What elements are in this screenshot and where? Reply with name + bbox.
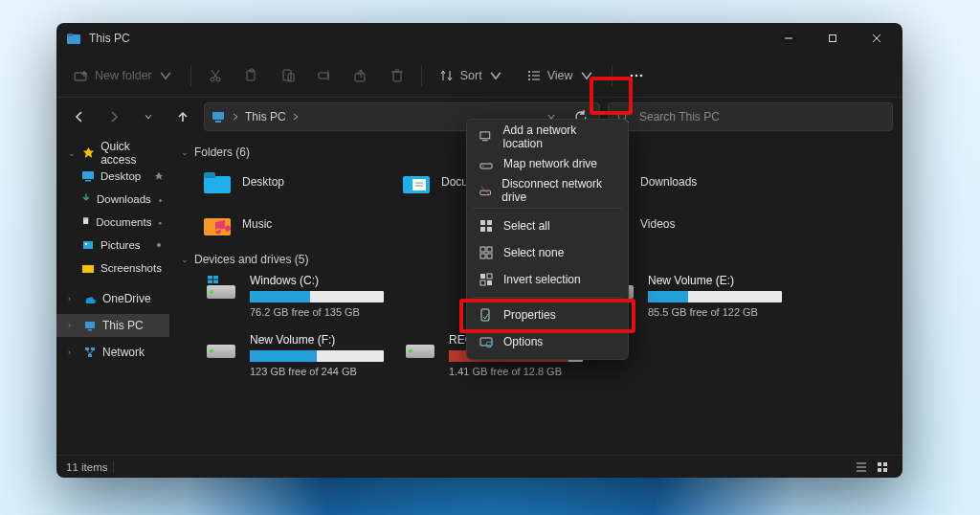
svg-rect-87 bbox=[480, 247, 485, 252]
menu-invert-selection[interactable]: Invert selection bbox=[467, 266, 628, 293]
folder-downloads[interactable]: Downloads bbox=[600, 167, 791, 197]
app-icon bbox=[66, 31, 81, 46]
svg-rect-89 bbox=[480, 254, 485, 258]
share-button[interactable] bbox=[345, 59, 377, 92]
forward-button[interactable] bbox=[100, 103, 127, 130]
sort-button[interactable]: Sort bbox=[430, 59, 513, 92]
properties-icon bbox=[479, 307, 494, 323]
menu-add-network-location[interactable]: Add a network location bbox=[467, 123, 628, 150]
tiles-view-button[interactable] bbox=[872, 459, 893, 476]
rename-button[interactable] bbox=[308, 59, 341, 92]
svg-rect-93 bbox=[487, 274, 492, 279]
menu-map-network-drive[interactable]: Map network drive bbox=[467, 150, 628, 177]
sidebar-item-pictures[interactable]: Pictures bbox=[56, 234, 169, 257]
sidebar-item-downloads[interactable]: Downloads bbox=[56, 188, 169, 211]
delete-button[interactable] bbox=[381, 59, 413, 92]
search-input[interactable] bbox=[637, 109, 884, 124]
sidebar-item-screenshots[interactable]: Screenshots bbox=[56, 257, 169, 280]
expand-icon: › bbox=[68, 347, 78, 357]
svg-rect-49 bbox=[85, 322, 95, 328]
paste-button[interactable] bbox=[272, 59, 304, 92]
svg-rect-50 bbox=[88, 329, 92, 331]
svg-marker-38 bbox=[83, 147, 94, 158]
usage-bar bbox=[648, 291, 782, 302]
this-pc-icon bbox=[211, 109, 226, 124]
see-more-button[interactable] bbox=[620, 59, 653, 92]
up-button[interactable] bbox=[169, 103, 196, 130]
svg-point-47 bbox=[157, 243, 161, 247]
svg-rect-52 bbox=[91, 347, 95, 350]
menu-properties[interactable]: Properties bbox=[467, 302, 628, 328]
collapse-icon: ⌄ bbox=[181, 147, 189, 157]
downloads-icon bbox=[81, 192, 91, 206]
sidebar-item-desktop[interactable]: Desktop bbox=[56, 165, 169, 188]
svg-rect-17 bbox=[319, 73, 328, 78]
drive-f[interactable]: New Volume (F:) 123 GB free of 244 GB bbox=[202, 333, 393, 377]
pin-icon bbox=[157, 217, 164, 227]
details-view-button[interactable] bbox=[851, 459, 872, 476]
sort-label: Sort bbox=[460, 69, 482, 82]
svg-point-80 bbox=[482, 166, 484, 168]
svg-rect-94 bbox=[480, 280, 485, 285]
view-button[interactable]: View bbox=[517, 59, 604, 92]
window-title: This PC bbox=[89, 32, 130, 45]
svg-rect-56 bbox=[204, 176, 231, 193]
sidebar-this-pc[interactable]: ›This PC bbox=[56, 314, 169, 337]
network-icon bbox=[83, 346, 97, 359]
folder-desktop[interactable]: Desktop bbox=[202, 167, 393, 197]
menu-options[interactable]: Options bbox=[467, 328, 628, 355]
new-folder-label: New folder bbox=[95, 69, 152, 82]
menu-select-none[interactable]: Select none bbox=[467, 239, 628, 266]
breadcrumb-this-pc[interactable]: This PC bbox=[245, 110, 286, 123]
svg-rect-86 bbox=[487, 227, 492, 232]
svg-line-55 bbox=[90, 350, 93, 354]
disconnect-drive-icon bbox=[479, 183, 492, 198]
svg-rect-40 bbox=[85, 180, 91, 182]
close-button[interactable] bbox=[855, 23, 899, 54]
folder-music[interactable]: Music bbox=[202, 209, 393, 239]
sidebar-item-documents[interactable]: Documents bbox=[56, 211, 169, 234]
svg-point-41 bbox=[159, 199, 162, 202]
svg-point-31 bbox=[635, 74, 637, 77]
maximize-button[interactable] bbox=[811, 23, 855, 54]
sidebar-quick-access[interactable]: ⌄ Quick access bbox=[56, 142, 169, 165]
svg-rect-59 bbox=[412, 179, 426, 190]
drive-c[interactable]: Windows (C:) 76.2 GB free of 135 GB bbox=[202, 274, 393, 318]
sidebar-label: Quick access bbox=[100, 140, 164, 167]
drive-e[interactable]: New Volume (E:) 85.5 GB free of 122 GB bbox=[600, 274, 791, 318]
svg-point-97 bbox=[486, 342, 492, 347]
desktop-icon bbox=[81, 169, 95, 183]
expand-icon: › bbox=[68, 321, 78, 330]
cut-button[interactable] bbox=[199, 59, 232, 92]
select-none-icon bbox=[479, 245, 494, 260]
menu-disconnect-network-drive[interactable]: Disconnect network drive bbox=[467, 177, 628, 204]
search-box[interactable] bbox=[608, 102, 893, 131]
sidebar-network[interactable]: ›Network bbox=[56, 341, 169, 364]
svg-rect-85 bbox=[480, 227, 485, 232]
svg-rect-68 bbox=[208, 280, 212, 284]
chevron-right-icon bbox=[292, 113, 300, 121]
pictures-icon bbox=[81, 238, 95, 252]
copy-button[interactable] bbox=[235, 59, 268, 92]
collapse-icon: ⌄ bbox=[68, 148, 77, 158]
svg-rect-42 bbox=[83, 217, 88, 224]
svg-rect-43 bbox=[84, 218, 87, 219]
music-folder-icon bbox=[202, 209, 233, 239]
drive-icon bbox=[202, 333, 240, 377]
sidebar-onedrive[interactable]: ›OneDrive bbox=[56, 287, 169, 310]
minimize-button[interactable] bbox=[767, 23, 811, 54]
svg-rect-51 bbox=[85, 347, 89, 350]
recent-locations-button[interactable] bbox=[135, 103, 162, 130]
svg-point-44 bbox=[159, 222, 162, 225]
folder-videos[interactable]: Videos bbox=[600, 209, 791, 239]
svg-rect-75 bbox=[878, 468, 881, 472]
documents-folder-icon bbox=[401, 167, 432, 197]
status-count: 11 items bbox=[66, 461, 107, 473]
svg-rect-69 bbox=[213, 280, 218, 284]
svg-rect-35 bbox=[215, 121, 221, 123]
svg-rect-73 bbox=[878, 462, 881, 466]
back-button[interactable] bbox=[66, 103, 93, 130]
new-folder-button[interactable]: New folder bbox=[64, 59, 183, 92]
svg-point-32 bbox=[639, 74, 642, 77]
menu-select-all[interactable]: Select all bbox=[467, 213, 628, 239]
